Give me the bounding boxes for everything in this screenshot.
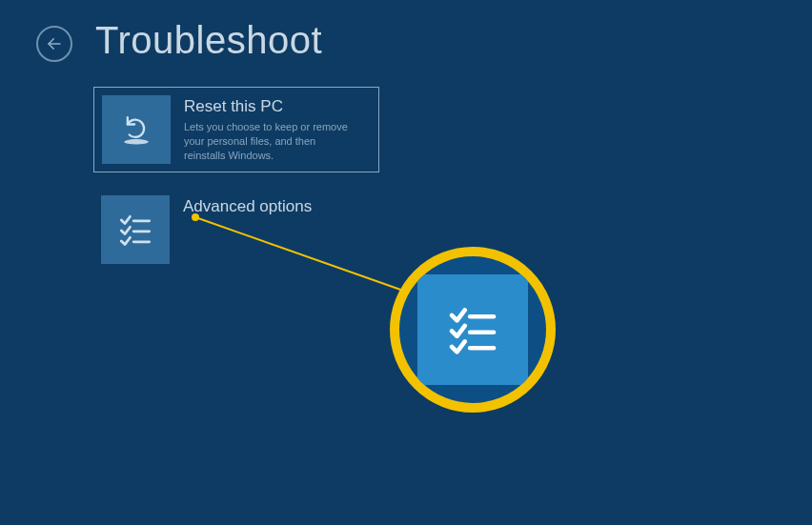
page-title: Troubleshoot xyxy=(95,19,322,62)
svg-point-1 xyxy=(124,139,149,145)
checklist-icon-large xyxy=(417,274,528,385)
back-button[interactable] xyxy=(36,26,72,62)
tile-description: Lets you choose to keep or remove your p… xyxy=(184,120,355,163)
tile-title: Reset this PC xyxy=(184,97,355,116)
tile-text: Advanced options xyxy=(183,195,312,220)
checklist-icon xyxy=(101,195,170,264)
tile-reset-this-pc[interactable]: Reset this PC Lets you choose to keep or… xyxy=(93,87,379,172)
header: Troubleshoot xyxy=(0,0,812,62)
tile-title: Advanced options xyxy=(183,197,312,216)
annotation-magnifier xyxy=(390,247,556,413)
tile-advanced-options[interactable]: Advanced options xyxy=(93,188,379,272)
tile-text: Reset this PC Lets you choose to keep or… xyxy=(184,95,355,163)
reset-icon xyxy=(102,95,171,164)
arrow-left-icon xyxy=(46,35,63,52)
tile-list: Reset this PC Lets you choose to keep or… xyxy=(93,87,379,272)
